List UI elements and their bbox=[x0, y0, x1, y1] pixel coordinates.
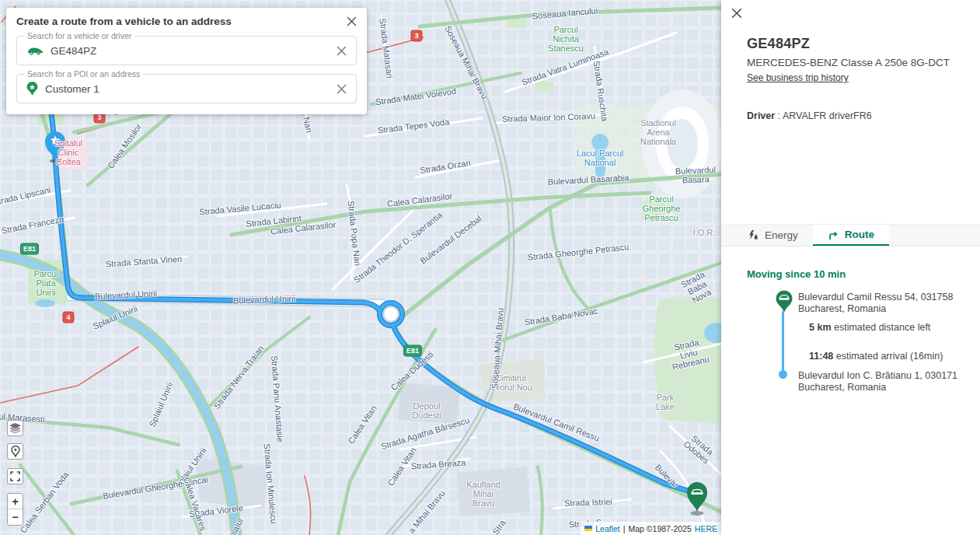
route-form: Create a route from a vehicle to an addr… bbox=[6, 8, 367, 114]
zoom-control: + − bbox=[7, 493, 23, 526]
roundabout bbox=[384, 307, 399, 322]
attribution-text: Map ©1987-2025 bbox=[629, 524, 692, 533]
route-timeline: Bulevardul Camil Ressu 54, 031758 Buchar… bbox=[747, 290, 961, 422]
vehicle-search-field[interactable]: Search for a vehicle or driver GE484PZ bbox=[16, 36, 357, 65]
app-window: Soseaua IanculuiStrada MatasariSoseaua M… bbox=[0, 0, 980, 535]
moving-status: Moving since 10 min bbox=[747, 268, 961, 280]
ukraine-flag-icon bbox=[584, 526, 592, 531]
leaflet-link[interactable]: Leaflet bbox=[595, 524, 620, 533]
location-pin-icon bbox=[11, 446, 20, 457]
panel-tabs: Energy Route bbox=[721, 224, 980, 247]
tab-route[interactable]: Route bbox=[813, 225, 889, 246]
timeline-line bbox=[782, 311, 784, 372]
route-turn-icon bbox=[828, 229, 839, 240]
layers-icon bbox=[9, 422, 21, 434]
zoom-out-button[interactable]: − bbox=[8, 509, 23, 525]
vehicle-search-label: Search for a vehicle or driver bbox=[24, 31, 134, 40]
vehicle-panel: GE484PZ MERCEDES-BENZ Classe A 250e 8G-D… bbox=[721, 0, 980, 535]
map-attribution: Leaflet | Map ©1987-2025 HERE bbox=[581, 522, 721, 535]
layers-button[interactable] bbox=[7, 420, 23, 436]
distance-left: 5 km estimated distance left bbox=[809, 322, 930, 333]
zoom-in-button[interactable]: + bbox=[8, 494, 23, 509]
poi-search-field[interactable]: Search for a POI or an address Customer … bbox=[16, 74, 357, 103]
vehicle-clear-icon[interactable] bbox=[337, 46, 347, 56]
poi-pin-icon bbox=[26, 82, 38, 96]
trip-history-link[interactable]: See business trip history bbox=[747, 72, 849, 83]
vehicle-model: MERCEDES-BENZ Classe A 250e 8G-DCT bbox=[747, 57, 961, 68]
origin-vehicle-pin-icon bbox=[775, 290, 793, 313]
locate-button[interactable] bbox=[7, 443, 23, 460]
energy-icon bbox=[748, 230, 759, 240]
destination-dot bbox=[779, 370, 787, 379]
route-details: Moving since 10 min Bulevardul Camil Res… bbox=[721, 268, 980, 422]
vehicle-search-value[interactable]: GE484PZ bbox=[51, 45, 337, 57]
driver-label: Driver bbox=[747, 110, 775, 121]
poi-clear-icon[interactable] bbox=[337, 84, 347, 94]
here-link[interactable]: HERE bbox=[695, 524, 717, 533]
driver-name: ARVALFR driverFR6 bbox=[783, 110, 872, 121]
panel-close-icon[interactable] bbox=[731, 8, 742, 19]
tab-energy-label: Energy bbox=[765, 229, 798, 241]
destination-address: Bulevardul Ion C. Brătianu 1, 030171 Buc… bbox=[798, 370, 980, 393]
fullscreen-button[interactable] bbox=[7, 468, 23, 484]
poi-search-label: Search for a POI or an address bbox=[24, 69, 143, 79]
tab-route-label: Route bbox=[845, 229, 874, 240]
estimated-arrival: 11:48 estimated arrival (16min) bbox=[809, 351, 943, 362]
map[interactable]: Soseaua IanculuiStrada MatasariSoseaua M… bbox=[0, 0, 721, 535]
car-icon bbox=[26, 45, 44, 56]
vehicle-plate: GE484PZ bbox=[747, 36, 961, 52]
fullscreen-icon bbox=[10, 471, 20, 481]
route-form-title: Create a route from a vehicle to an addr… bbox=[16, 16, 232, 27]
origin-address: Bulevardul Camil Ressu 54, 031758 Buchar… bbox=[798, 292, 980, 315]
driver-line: Driver : ARVALFR driverFR6 bbox=[747, 110, 961, 121]
route-form-close-icon[interactable] bbox=[347, 16, 357, 26]
poi-search-value[interactable]: Customer 1 bbox=[45, 83, 337, 95]
attribution-separator: | bbox=[623, 524, 626, 533]
tab-energy[interactable]: Energy bbox=[734, 225, 813, 246]
